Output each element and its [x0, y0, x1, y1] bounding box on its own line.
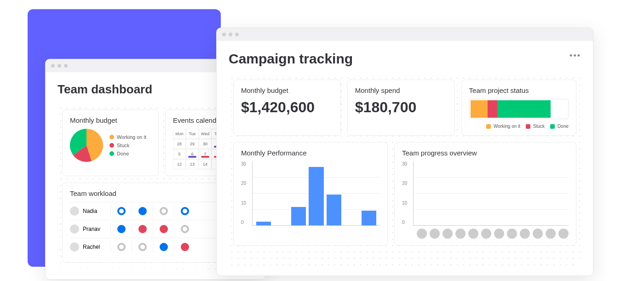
team-project-status-card[interactable]: Team project status Working on itStuckDo… — [461, 80, 576, 136]
y-axis: 3020100 — [402, 161, 413, 226]
status-legend: Working on itStuckDone — [469, 124, 569, 129]
status-dot[interactable] — [138, 243, 147, 251]
avatar — [558, 229, 569, 239]
avatar — [443, 229, 453, 239]
campaign-tracking-window: ••• Campaign tracking Monthly budget $1,… — [216, 28, 593, 276]
status-dot[interactable] — [138, 225, 147, 233]
avatar — [455, 229, 466, 239]
status-bar-chart — [469, 99, 569, 119]
traffic-light-icon — [235, 33, 239, 36]
card-title: Monthly Performance — [241, 149, 380, 157]
avatar — [417, 229, 427, 239]
monthly-performance-card[interactable]: Monthly Performance 3020100 — [233, 142, 388, 246]
y-axis: 3020100 — [241, 161, 252, 226]
traffic-light-icon — [222, 33, 226, 36]
window-titlebar — [217, 28, 593, 41]
card-title: Monthly budget — [241, 86, 333, 94]
status-dot[interactable] — [160, 207, 168, 215]
status-dot[interactable] — [117, 225, 126, 233]
avatar — [481, 229, 491, 239]
traffic-light-icon — [229, 33, 232, 36]
monthly-spend-card[interactable]: Monthly spend $180,700 — [347, 80, 455, 136]
page-title: Campaign tracking — [229, 51, 581, 67]
traffic-light-icon — [51, 64, 55, 68]
card-title: Monthly budget — [70, 116, 151, 124]
card-title: Team project status — [469, 86, 569, 94]
budget-value: $1,420,600 — [241, 99, 333, 116]
spend-value: $180,700 — [355, 99, 447, 116]
status-dot[interactable] — [181, 207, 189, 215]
avatar — [520, 229, 530, 239]
status-dot[interactable] — [160, 225, 168, 233]
card-title: Team progress overview — [402, 149, 569, 157]
bar-chart — [252, 161, 380, 226]
traffic-light-icon — [64, 64, 68, 68]
avatar — [430, 229, 440, 239]
avatar — [70, 242, 79, 252]
card-title: Team workload — [70, 189, 241, 197]
workload-table: NadiaPranavRachel — [70, 202, 241, 256]
status-dot[interactable] — [160, 243, 168, 251]
stacked-bar-chart — [413, 161, 569, 226]
status-dot[interactable] — [181, 243, 189, 251]
monthly-budget-card[interactable]: Monthly budget Working on itStuckDone — [62, 109, 159, 176]
status-dot[interactable] — [138, 207, 147, 215]
avatar — [533, 229, 543, 239]
more-icon[interactable]: ••• — [569, 51, 581, 61]
status-dot[interactable] — [181, 225, 189, 233]
card-title: Monthly spend — [355, 86, 447, 94]
pie-chart-icon — [70, 129, 103, 162]
team-progress-card[interactable]: Team progress overview 3020100 — [394, 142, 576, 246]
status-dot[interactable] — [117, 243, 126, 251]
x-axis-avatars — [402, 226, 569, 239]
monthly-budget-card[interactable]: Monthly budget $1,420,600 — [233, 80, 341, 136]
traffic-light-icon — [58, 64, 61, 68]
avatar — [70, 206, 79, 216]
avatar — [546, 229, 556, 239]
avatar — [468, 229, 478, 239]
avatar — [507, 229, 517, 239]
pie-legend: Working on itStuckDone — [109, 134, 146, 156]
status-dot[interactable] — [117, 207, 126, 215]
avatar — [494, 229, 504, 239]
avatar — [70, 224, 79, 234]
